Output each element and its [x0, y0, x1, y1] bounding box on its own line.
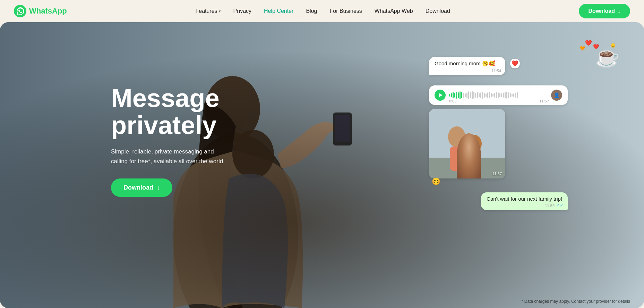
svg-point-12 — [466, 135, 482, 153]
nav-help-center[interactable]: Help Center — [264, 8, 293, 14]
hero-title: Message privately — [111, 85, 229, 139]
sent-message-time: 11:59 ✓✓ — [545, 203, 564, 208]
nav-links: Features ▾ Privacy Help Center Blog For … — [195, 8, 450, 14]
photo-svg — [429, 109, 505, 178]
whatsapp-logo-icon — [14, 5, 26, 17]
heart-3: 🧡 — [580, 46, 585, 51]
nav-whatsapp-web[interactable]: WhatsApp Web — [375, 8, 413, 14]
photo-time: 11:57 — [492, 172, 502, 176]
chat-elements-area: Good morning mom 🥱🥰 11:54 ❤️ ❤️ ❤️ 🧡 ☕ 😊 — [429, 57, 568, 210]
morning-message-text: Good morning mom 🥱🥰 — [435, 60, 495, 67]
voice-avatar: 👤 — [551, 90, 562, 101]
voice-message-bubble: 👤 0:03 11:57 — [429, 85, 568, 105]
nav-download-link[interactable]: Download — [426, 8, 450, 14]
morning-message-bubble: Good morning mom 🥱🥰 11:54 — [429, 57, 505, 75]
nav-blog[interactable]: Blog — [306, 8, 317, 14]
svg-point-0 — [14, 5, 26, 17]
sent-message-bubble: Can't wait for our next family trip! 11:… — [481, 192, 568, 210]
download-arrow-icon: ↓ — [618, 8, 620, 14]
svg-rect-13 — [467, 152, 480, 173]
morning-message-time: 11:54 — [491, 69, 501, 73]
hero-section: Message privately Simple, reliable, priv… — [0, 22, 644, 308]
nav-download-button[interactable]: Download ↓ — [579, 4, 630, 18]
sent-message-container: Can't wait for our next family trip! 11:… — [429, 192, 568, 210]
heart-reaction-emoji: ❤️ — [510, 59, 520, 68]
brand-name: WhatsApp — [29, 7, 67, 16]
photo-message-container: 11:57 😊 — [429, 109, 505, 181]
waveform — [449, 90, 548, 100]
svg-point-10 — [448, 126, 465, 147]
nav-privacy[interactable]: Privacy — [233, 8, 251, 14]
hero-disclaimer: * Data charges may apply. Contact your p… — [522, 299, 630, 304]
sent-message-text: Can't wait for our next family trip! — [487, 196, 562, 202]
hero-text-content: Message privately Simple, reliable, priv… — [111, 85, 229, 197]
photo-message-bubble: 11:57 — [429, 109, 505, 178]
cup-face: 😊 — [610, 43, 616, 48]
svg-rect-11 — [450, 147, 463, 171]
delivered-checkmarks: ✓✓ — [556, 203, 564, 208]
hero-download-button[interactable]: Download ↓ — [111, 178, 172, 197]
brand-logo[interactable]: WhatsApp — [14, 5, 67, 17]
voice-duration: 0:03 — [449, 99, 456, 103]
play-icon — [439, 93, 443, 97]
coffee-sticker: ☕ — [595, 45, 620, 68]
morning-message-container: Good morning mom 🥱🥰 11:54 ❤️ ❤️ ❤️ 🧡 ☕ 😊 — [429, 57, 568, 78]
hero-subtitle: Simple, reliable, private messaging and … — [111, 147, 229, 166]
photo-emoji-reaction: 😊 — [432, 177, 440, 185]
photo-content — [429, 109, 505, 178]
heart-reaction: ❤️ — [509, 61, 520, 68]
nav-features[interactable]: Features ▾ — [195, 8, 221, 14]
voice-time: 11:57 — [539, 99, 549, 103]
play-button[interactable] — [435, 90, 446, 101]
heart-1: ❤️ — [585, 40, 592, 46]
navbar: WhatsApp Features ▾ Privacy Help Center … — [0, 0, 644, 22]
hero-download-arrow-icon: ↓ — [157, 184, 160, 191]
nav-for-business[interactable]: For Business — [329, 8, 362, 14]
chevron-down-icon: ▾ — [219, 9, 221, 14]
